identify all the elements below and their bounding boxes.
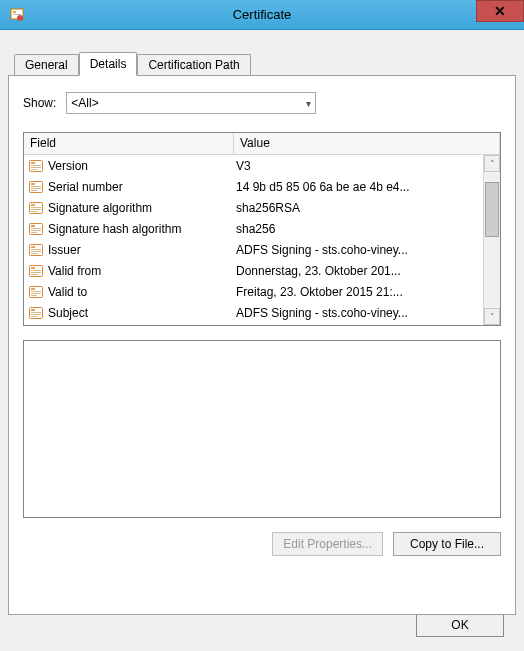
list-body: VersionV3Serial number14 9b d5 85 06 6a … xyxy=(24,155,500,325)
certificate-field-icon xyxy=(28,158,44,174)
list-item[interactable]: Signature algorithmsha256RSA xyxy=(24,197,483,218)
list-item[interactable]: Valid toFreitag, 23. Oktober 2015 21:... xyxy=(24,281,483,302)
list-item-field: Subject xyxy=(48,306,236,320)
list-item[interactable]: VersionV3 xyxy=(24,155,483,176)
dialog-button-row: OK xyxy=(416,613,504,637)
list-item-field: Signature algorithm xyxy=(48,201,236,215)
list-item-value: Donnerstag, 23. Oktober 201... xyxy=(236,264,483,278)
svg-rect-23 xyxy=(31,232,37,233)
scroll-down-button[interactable]: ˅ xyxy=(484,308,500,325)
list-item-field: Signature hash algorithm xyxy=(48,222,236,236)
svg-rect-31 xyxy=(31,270,41,271)
tab-certification-path[interactable]: Certification Path xyxy=(137,54,250,75)
svg-rect-18 xyxy=(31,211,37,212)
column-header-field[interactable]: Field xyxy=(24,133,234,154)
chevron-up-icon: ˄ xyxy=(490,159,495,169)
list-rows: VersionV3Serial number14 9b d5 85 06 6a … xyxy=(24,155,483,325)
list-item-value: V3 xyxy=(236,159,483,173)
field-detail-textbox[interactable] xyxy=(23,340,501,518)
show-label: Show: xyxy=(23,96,56,110)
certificate-field-list: Field Value VersionV3Serial number14 9b … xyxy=(23,132,501,326)
svg-rect-30 xyxy=(31,267,35,269)
svg-rect-40 xyxy=(31,309,35,311)
certificate-field-icon xyxy=(28,200,44,216)
certificate-field-icon xyxy=(28,284,44,300)
certificate-app-icon xyxy=(9,7,25,23)
show-dropdown[interactable]: <All> ▾ xyxy=(66,92,316,114)
list-item-field: Issuer xyxy=(48,243,236,257)
certificate-field-icon xyxy=(28,221,44,237)
dialog-body: General Details Certification Path Show:… xyxy=(0,30,524,651)
list-item[interactable]: Serial number14 9b d5 85 06 6a be ae 4b … xyxy=(24,176,483,197)
svg-rect-33 xyxy=(31,274,37,275)
list-item[interactable]: Valid fromDonnerstag, 23. Oktober 201... xyxy=(24,260,483,281)
ok-button[interactable]: OK xyxy=(416,613,504,637)
scroll-up-button[interactable]: ˄ xyxy=(484,155,500,172)
certificate-field-icon xyxy=(28,179,44,195)
svg-rect-28 xyxy=(31,253,37,254)
chevron-down-icon: ▾ xyxy=(306,98,311,109)
svg-rect-21 xyxy=(31,228,41,229)
svg-rect-8 xyxy=(31,169,37,170)
scroll-thumb[interactable] xyxy=(485,182,499,237)
close-icon: ✕ xyxy=(494,3,506,19)
list-item-value: sha256 xyxy=(236,222,483,236)
edit-properties-button: Edit Properties... xyxy=(272,532,383,556)
svg-rect-35 xyxy=(31,288,35,290)
svg-rect-6 xyxy=(31,165,41,166)
scroll-track[interactable] xyxy=(484,172,500,308)
details-button-row: Edit Properties... Copy to File... xyxy=(23,532,501,556)
svg-rect-5 xyxy=(31,162,35,164)
tab-panel-details: Show: <All> ▾ Field Value VersionV3Seria… xyxy=(8,75,516,615)
certificate-field-icon xyxy=(28,242,44,258)
svg-rect-32 xyxy=(31,272,41,273)
list-item-value: 14 9b d5 85 06 6a be ae 4b e4... xyxy=(236,180,483,194)
svg-rect-11 xyxy=(31,186,41,187)
svg-rect-42 xyxy=(31,314,41,315)
svg-rect-16 xyxy=(31,207,41,208)
svg-rect-7 xyxy=(31,167,41,168)
svg-rect-13 xyxy=(31,190,37,191)
copy-to-file-button[interactable]: Copy to File... xyxy=(393,532,501,556)
svg-rect-43 xyxy=(31,316,37,317)
close-button[interactable]: ✕ xyxy=(476,0,524,22)
tab-details[interactable]: Details xyxy=(79,52,138,76)
list-item-field: Version xyxy=(48,159,236,173)
svg-rect-20 xyxy=(31,225,35,227)
certificate-field-icon xyxy=(28,263,44,279)
svg-rect-12 xyxy=(31,188,41,189)
svg-rect-38 xyxy=(31,295,37,296)
svg-rect-41 xyxy=(31,312,41,313)
show-row: Show: <All> ▾ xyxy=(23,92,501,114)
list-item-value: sha256RSA xyxy=(236,201,483,215)
list-item-value: ADFS Signing - sts.coho-viney... xyxy=(236,243,483,257)
list-item-value: Freitag, 23. Oktober 2015 21:... xyxy=(236,285,483,299)
list-item-field: Valid to xyxy=(48,285,236,299)
svg-rect-17 xyxy=(31,209,41,210)
svg-rect-22 xyxy=(31,230,41,231)
column-header-value[interactable]: Value xyxy=(234,133,500,154)
list-item-field: Valid from xyxy=(48,264,236,278)
show-dropdown-value: <All> xyxy=(71,96,98,110)
list-item[interactable]: Signature hash algorithmsha256 xyxy=(24,218,483,239)
chevron-down-icon: ˅ xyxy=(490,312,495,322)
svg-rect-10 xyxy=(31,183,35,185)
title-bar: Certificate ✕ xyxy=(0,0,524,30)
list-item[interactable]: SubjectADFS Signing - sts.coho-viney... xyxy=(24,302,483,323)
svg-rect-15 xyxy=(31,204,35,206)
svg-rect-36 xyxy=(31,291,41,292)
svg-rect-26 xyxy=(31,249,41,250)
svg-rect-27 xyxy=(31,251,41,252)
svg-rect-2 xyxy=(13,14,21,15)
tab-strip: General Details Certification Path xyxy=(14,52,516,75)
vertical-scrollbar[interactable]: ˄ ˅ xyxy=(483,155,500,325)
list-item-value: ADFS Signing - sts.coho-viney... xyxy=(236,306,483,320)
svg-rect-25 xyxy=(31,246,35,248)
list-item[interactable]: IssuerADFS Signing - sts.coho-viney... xyxy=(24,239,483,260)
svg-rect-1 xyxy=(13,11,16,13)
certificate-field-icon xyxy=(28,305,44,321)
list-item-field: Serial number xyxy=(48,180,236,194)
window-title: Certificate xyxy=(0,7,524,22)
tab-general[interactable]: General xyxy=(14,54,79,75)
svg-rect-37 xyxy=(31,293,41,294)
